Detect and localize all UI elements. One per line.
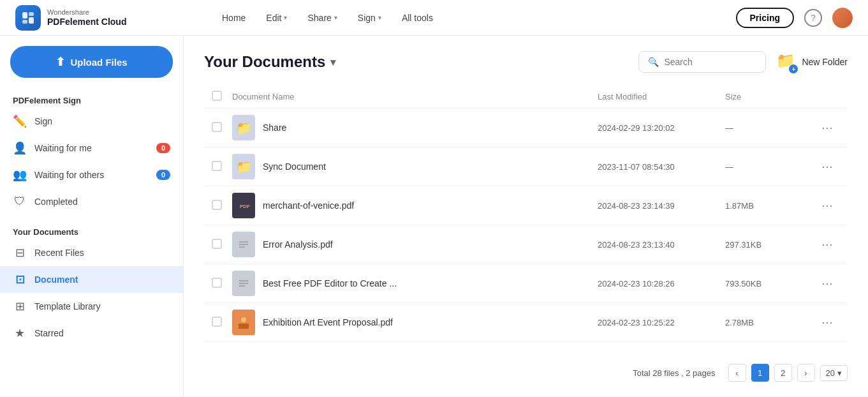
sidebar-item-sign[interactable]: ✏️ Sign: [0, 108, 183, 135]
completed-icon: 🛡: [13, 195, 27, 208]
logo: Wondershare PDFelement Cloud: [15, 5, 194, 31]
svg-rect-7: [212, 200, 221, 209]
nav-share[interactable]: Share▾: [300, 9, 344, 27]
sidebar-item-template-library[interactable]: ⊞ Template Library: [0, 293, 183, 320]
sidebar-item-recent-files[interactable]: ⊟ Recent Files: [0, 239, 183, 266]
folder-icon-wrap: 📁 +: [776, 52, 797, 72]
row-checkbox[interactable]: [212, 278, 232, 290]
more-options-button[interactable]: ⋯: [814, 157, 840, 176]
pdf-thumbnail: PDF: [232, 193, 255, 218]
template-icon: ⊞: [13, 299, 27, 313]
template-library-label: Template Library: [34, 301, 101, 311]
col-header-size: Size: [725, 92, 814, 101]
recent-files-icon: ⊟: [13, 246, 27, 260]
sidebar: ⬆ Upload Files PDFelement Sign ✏️ Sign 👤…: [0, 36, 184, 397]
doc-filename: Error Analysis.pdf: [263, 239, 333, 250]
doc-size: 793.50KB: [725, 279, 814, 288]
sidebar-item-waiting-for-me[interactable]: 👤 Waiting for me 0: [0, 135, 183, 161]
pagination-info: Total 28 files , 2 pages: [633, 368, 715, 378]
avatar[interactable]: [832, 8, 853, 28]
nav-links: Home Edit▾ Share▾ Sign▾ All tools: [214, 9, 716, 27]
upload-files-button[interactable]: ⬆ Upload Files: [10, 46, 173, 78]
next-page-button[interactable]: ›: [797, 364, 815, 382]
table-row: Exhibition Art Event Proposal.pdf 2024-0…: [204, 303, 848, 342]
prev-page-button[interactable]: ‹: [728, 364, 746, 382]
chevron-down-icon: ▾: [334, 14, 337, 21]
table-row: 📁 Sync Document 2023-11-07 08:54:30 — ⋯: [204, 147, 848, 186]
more-options-button[interactable]: ⋯: [814, 118, 840, 137]
title-chevron-down-icon: ▾: [330, 56, 335, 68]
waiting-for-others-badge: 0: [156, 170, 170, 180]
main-title[interactable]: Your Documents ▾: [204, 53, 335, 71]
nav-home[interactable]: Home: [214, 9, 253, 27]
row-checkbox[interactable]: [212, 200, 232, 212]
more-options-button[interactable]: ⋯: [814, 313, 840, 332]
doc-modified: 2024-02-23 10:28:26: [598, 279, 725, 288]
doc-name: PDF merchant-of-venice.pdf: [232, 193, 598, 218]
more-options-button[interactable]: ⋯: [814, 235, 840, 254]
more-options-button[interactable]: ⋯: [814, 196, 840, 215]
table-row: 📁 Share 2024-02-29 13:20:02 — ⋯: [204, 109, 848, 147]
col-header-name: Document Name: [232, 92, 598, 101]
row-checkbox[interactable]: [212, 122, 232, 134]
svg-rect-0: [22, 12, 27, 19]
sidebar-item-document[interactable]: ⊡ Document: [0, 266, 183, 293]
svg-text:PDF: PDF: [240, 204, 250, 209]
per-page-select[interactable]: 20 ▾: [820, 365, 848, 381]
nav-all-tools[interactable]: All tools: [394, 9, 441, 27]
pricing-button[interactable]: Pricing: [736, 8, 794, 28]
page-1-button[interactable]: 1: [751, 364, 769, 382]
sidebar-item-waiting-for-others[interactable]: 👥 Waiting for others 0: [0, 161, 183, 188]
chevron-down-icon: ▾: [378, 14, 381, 21]
topnav-actions: Pricing ?: [736, 8, 853, 28]
row-checkbox[interactable]: [212, 317, 232, 329]
svg-point-23: [241, 317, 246, 322]
nav-edit[interactable]: Edit▾: [258, 9, 295, 27]
row-checkbox[interactable]: [212, 239, 232, 251]
sign-icon: ✏️: [13, 114, 27, 128]
new-folder-button[interactable]: 📁 + New Folder: [776, 52, 848, 72]
svg-rect-20: [212, 317, 221, 326]
upload-label: Upload Files: [70, 57, 127, 68]
main-header: Your Documents ▾ 🔍 📁 + New Folder: [204, 51, 848, 73]
waiting-me-icon: 👤: [13, 141, 27, 155]
doc-modified: 2024-08-23 23:14:39: [598, 201, 725, 211]
select-all-checkbox[interactable]: [212, 91, 232, 103]
recent-files-label: Recent Files: [34, 248, 84, 258]
pdf-thumbnail: [232, 310, 255, 335]
doc-filename: Best Free PDF Editor to Create ...: [263, 278, 397, 288]
new-folder-label: New Folder: [802, 57, 848, 67]
help-icon[interactable]: ?: [804, 9, 822, 27]
chevron-down-icon: ▾: [837, 368, 842, 378]
page-2-button[interactable]: 2: [774, 364, 792, 382]
table-row: Error Analysis.pdf 2024-08-23 23:13:40 2…: [204, 225, 848, 264]
more-options-button[interactable]: ⋯: [814, 274, 840, 293]
search-box[interactable]: 🔍: [638, 51, 766, 73]
doc-modified: 2023-11-07 08:54:30: [598, 162, 725, 172]
folder-thumbnail: 📁: [232, 154, 255, 179]
doc-name: 📁 Share: [232, 115, 598, 140]
waiting-others-icon: 👥: [13, 168, 27, 182]
doc-name: Error Analysis.pdf: [232, 232, 598, 257]
svg-rect-6: [212, 161, 221, 170]
sidebar-item-completed[interactable]: 🛡 Completed: [0, 188, 183, 214]
pagination-bar: Total 28 files , 2 pages ‹ 1 2 › 20 ▾: [204, 356, 848, 382]
doc-size: 297.31KB: [725, 240, 814, 250]
doc-modified: 2024-02-29 13:20:02: [598, 123, 725, 133]
chevron-down-icon: ▾: [284, 14, 287, 21]
table-row: Best Free PDF Editor to Create ... 2024-…: [204, 264, 848, 303]
main-title-text: Your Documents: [204, 53, 325, 71]
row-checkbox[interactable]: [212, 161, 232, 173]
doc-modified: 2024-02-23 10:25:22: [598, 318, 725, 327]
svg-rect-1: [29, 12, 34, 16]
doc-name: Exhibition Art Event Proposal.pdf: [232, 310, 598, 335]
logo-icon: [15, 5, 41, 31]
upload-icon: ⬆: [55, 55, 65, 69]
doc-filename: merchant-of-venice.pdf: [263, 200, 354, 211]
waiting-for-me-badge: 0: [156, 143, 170, 153]
svg-rect-4: [212, 91, 221, 100]
search-input[interactable]: [664, 57, 756, 67]
sidebar-item-starred[interactable]: ★ Starred: [0, 320, 183, 347]
starred-label: Starred: [34, 328, 64, 338]
nav-sign[interactable]: Sign▾: [350, 9, 389, 27]
